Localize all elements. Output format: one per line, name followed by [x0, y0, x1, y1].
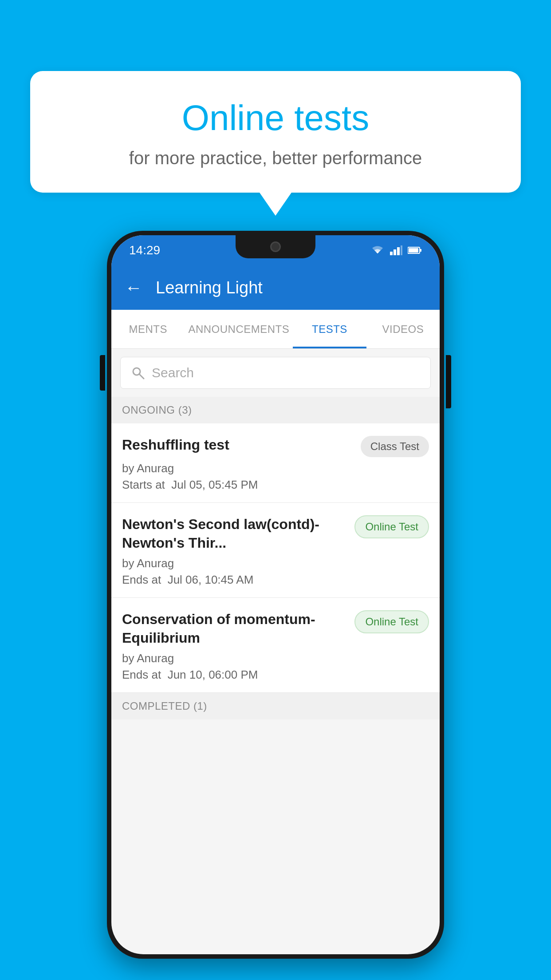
app-title: Learning Light [156, 278, 263, 297]
bubble-title: Online tests [66, 98, 485, 138]
test-item-1-row: Reshuffling test Class Test [122, 436, 429, 457]
phone-screen: 14:29 [111, 235, 440, 954]
signal-icon [390, 245, 402, 255]
test-item-1[interactable]: Reshuffling test Class Test by Anurag St… [111, 423, 440, 503]
test-badge-1: Class Test [361, 436, 429, 457]
tab-videos[interactable]: VIDEOS [366, 310, 440, 348]
status-bar: 14:29 [111, 235, 440, 265]
svg-rect-6 [409, 248, 418, 253]
phone-device: 14:29 [107, 231, 444, 959]
test-meta-1: by Anurag [122, 462, 429, 475]
search-bar[interactable]: Search [120, 357, 431, 389]
notch [236, 235, 315, 258]
bubble-subtitle: for more practice, better performance [66, 148, 485, 168]
test-badge-3: Online Test [354, 610, 429, 633]
status-icons [370, 245, 422, 255]
svg-rect-1 [394, 249, 396, 255]
test-meta-3: by Anurag [122, 652, 429, 665]
app-header: ← Learning Light [111, 265, 440, 310]
test-name-3: Conservation of momentum-Equilibrium [122, 610, 347, 647]
speech-bubble: Online tests for more practice, better p… [30, 71, 521, 193]
phone-frame: 14:29 [107, 231, 444, 959]
search-icon [131, 366, 145, 379]
test-badge-2: Online Test [354, 515, 429, 538]
tabs-container: MENTS ANNOUNCEMENTS TESTS VIDEOS [111, 310, 440, 349]
tab-announcements[interactable]: ANNOUNCEMENTS [185, 310, 293, 348]
promo-banner: Online tests for more practice, better p… [30, 71, 521, 193]
svg-rect-3 [401, 245, 402, 255]
test-name-1: Reshuffling test [122, 436, 354, 454]
completed-section-header: COMPLETED (1) [111, 693, 440, 719]
test-item-3-row: Conservation of momentum-Equilibrium Onl… [122, 610, 429, 647]
test-item-2[interactable]: Newton's Second law(contd)-Newton's Thir… [111, 503, 440, 598]
battery-icon [408, 246, 422, 254]
svg-rect-5 [420, 249, 421, 252]
svg-line-8 [139, 374, 144, 379]
svg-rect-0 [390, 252, 393, 255]
tab-ments[interactable]: MENTS [111, 310, 185, 348]
test-meta-2: by Anurag [122, 557, 429, 570]
search-placeholder: Search [152, 365, 194, 380]
search-container: Search [111, 349, 440, 397]
test-date-3: Ends at Jun 10, 06:00 PM [122, 668, 429, 682]
camera [270, 241, 281, 252]
back-button[interactable]: ← [125, 278, 142, 298]
status-time: 14:29 [129, 243, 160, 257]
test-name-2: Newton's Second law(contd)-Newton's Thir… [122, 515, 347, 552]
test-item-2-row: Newton's Second law(contd)-Newton's Thir… [122, 515, 429, 552]
ongoing-section-header: ONGOING (3) [111, 397, 440, 423]
test-date-2: Ends at Jul 06, 10:45 AM [122, 573, 429, 587]
wifi-icon [370, 245, 385, 255]
test-date-1: Starts at Jul 05, 05:45 PM [122, 478, 429, 492]
tab-tests[interactable]: TESTS [293, 310, 366, 348]
test-item-3[interactable]: Conservation of momentum-Equilibrium Onl… [111, 598, 440, 693]
svg-rect-2 [397, 247, 400, 255]
